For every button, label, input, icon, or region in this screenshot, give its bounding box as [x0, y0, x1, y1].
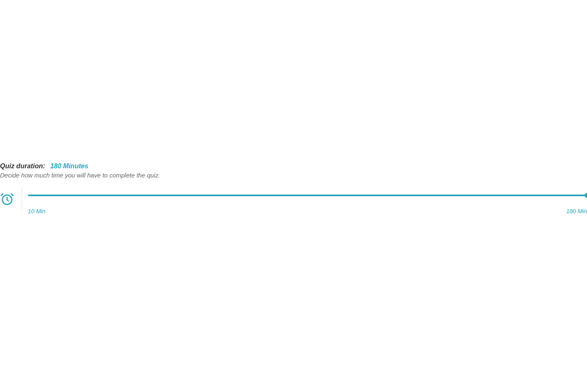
vertical-divider	[22, 187, 22, 210]
slider-row: 10 Min 180 Min	[0, 191, 587, 215]
duration-slider[interactable]	[28, 195, 587, 196]
duration-value: 180 Minutes	[50, 162, 88, 170]
slider-handle[interactable]	[585, 193, 587, 198]
slider-min-label: 10 Min	[28, 208, 45, 215]
slider-max-label: 180 Min	[566, 208, 587, 215]
duration-slider-container: 10 Min 180 Min	[28, 191, 587, 215]
duration-title-line: Quiz duration: 180 Minutes	[0, 162, 587, 170]
duration-label: Quiz duration:	[0, 162, 45, 170]
duration-description: Decide how much time you will have to co…	[0, 172, 587, 179]
quiz-duration-section: Quiz duration: 180 Minutes Decide how mu…	[0, 162, 587, 215]
slider-labels: 10 Min 180 Min	[28, 208, 587, 215]
alarm-clock-icon	[0, 192, 14, 206]
